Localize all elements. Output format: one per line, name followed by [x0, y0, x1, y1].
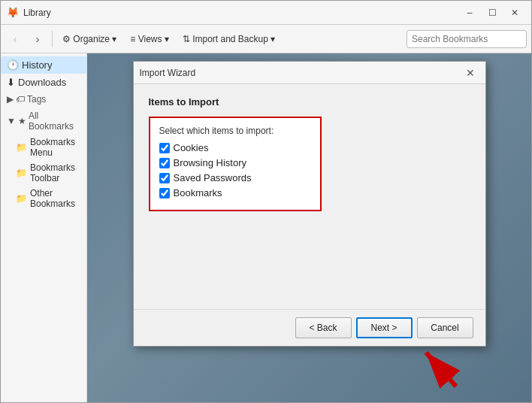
dialog-footer: < Back Next > Cancel — [134, 309, 485, 346]
import-wizard-dialog: Import Wizard ✕ Items to Import Select w… — [133, 61, 486, 347]
sidebar-label-history: History — [22, 59, 52, 71]
bookmarks-toolbar-icon: 📁 — [16, 168, 27, 178]
bookmarks-checkbox[interactable] — [159, 188, 170, 198]
main-window: 🦊 Library – ☐ ✕ ‹ › ⚙ Organize ▾ ≡ Views… — [0, 0, 532, 403]
sidebar: 🕐 History ⬇ Downloads ▶ 🏷 Tags ▼ ★ All B… — [1, 53, 87, 402]
downloads-icon: ⬇ — [7, 77, 15, 88]
forward-button[interactable]: › — [28, 29, 47, 49]
sidebar-item-bookmarks-menu[interactable]: 📁 Bookmarks Menu — [1, 135, 86, 160]
tags-icon: 🏷 — [16, 94, 25, 105]
close-button[interactable]: ✕ — [504, 5, 525, 21]
saved-passwords-checkbox[interactable] — [159, 173, 170, 183]
import-backup-menu-button[interactable]: ⇅ Import and Backup ▾ — [177, 29, 280, 49]
title-bar: 🦊 Library – ☐ ✕ — [1, 1, 531, 25]
sidebar-label-all-bookmarks: All Bookmarks — [29, 111, 80, 132]
minimize-button[interactable]: – — [459, 5, 480, 21]
sidebar-item-all-bookmarks[interactable]: ▼ ★ All Bookmarks — [1, 108, 86, 135]
dialog-close-button[interactable]: ✕ — [461, 65, 479, 80]
back-button[interactable]: ‹ — [5, 29, 25, 49]
organize-menu-button[interactable]: ⚙ Organize ▾ — [57, 29, 122, 49]
sidebar-label-other-bookmarks: Other Bookmarks — [30, 188, 80, 209]
bookmarks-label: Bookmarks — [174, 187, 222, 198]
sidebar-label-bookmarks-menu: Bookmarks Menu — [30, 137, 80, 158]
content-area: 🕐 History ⬇ Downloads ▶ 🏷 Tags ▼ ★ All B… — [1, 53, 531, 402]
browsing-history-label: Browsing History — [174, 157, 247, 168]
checkbox-saved-passwords: Saved Passwords — [159, 172, 311, 183]
browsing-history-checkbox[interactable] — [159, 158, 170, 168]
selection-label: Select which items to import: — [159, 126, 311, 136]
saved-passwords-label: Saved Passwords — [174, 172, 252, 183]
sidebar-item-tags[interactable]: ▶ 🏷 Tags — [1, 91, 86, 108]
dialog-title: Import Wizard — [140, 68, 461, 78]
maximize-button[interactable]: ☐ — [482, 5, 503, 21]
selection-box: Select which items to import: Cookies Br… — [149, 117, 322, 211]
cancel-button[interactable]: Cancel — [417, 317, 473, 338]
next-button[interactable]: Next > — [356, 317, 413, 338]
back-button[interactable]: < Back — [295, 317, 352, 338]
window-controls: – ☐ ✕ — [459, 5, 525, 21]
history-icon: 🕐 — [7, 59, 19, 71]
expand-icon: ▶ — [7, 94, 14, 105]
search-input[interactable] — [407, 30, 527, 48]
sidebar-label-downloads: Downloads — [18, 77, 66, 88]
dialog-content: Items to Import Select which items to im… — [134, 84, 485, 309]
dialog-title-bar: Import Wizard ✕ — [134, 62, 485, 84]
modal-overlay: Import Wizard ✕ Items to Import Select w… — [87, 53, 531, 402]
checkbox-browsing-history: Browsing History — [159, 157, 311, 168]
sidebar-label-bookmarks-toolbar: Bookmarks Toolbar — [30, 162, 80, 183]
sidebar-item-bookmarks-toolbar[interactable]: 📁 Bookmarks Toolbar — [1, 160, 86, 186]
sidebar-item-other-bookmarks[interactable]: 📁 Other Bookmarks — [1, 186, 86, 211]
bookmarks-menu-icon: 📁 — [16, 142, 27, 153]
all-bookmarks-icon: ★ — [18, 116, 26, 126]
checkbox-bookmarks: Bookmarks — [159, 187, 311, 198]
checkbox-cookies: Cookies — [159, 142, 311, 153]
toolbar-divider — [52, 31, 53, 47]
other-bookmarks-icon: 📁 — [16, 193, 27, 204]
views-menu-button[interactable]: ≡ Views ▾ — [125, 29, 174, 49]
firefox-icon: 🦊 — [7, 7, 19, 19]
sidebar-label-tags: Tags — [27, 94, 46, 105]
cookies-checkbox[interactable] — [159, 143, 170, 153]
sidebar-item-history[interactable]: 🕐 History — [1, 56, 86, 74]
dialog-section-title: Items to Import — [149, 96, 470, 108]
expand-icon-2: ▼ — [7, 116, 16, 126]
cookies-label: Cookies — [174, 142, 209, 153]
main-panel: Import Wizard ✕ Items to Import Select w… — [87, 53, 531, 402]
toolbar: ‹ › ⚙ Organize ▾ ≡ Views ▾ ⇅ Import and … — [1, 25, 531, 53]
window-title: Library — [23, 8, 459, 18]
sidebar-item-downloads[interactable]: ⬇ Downloads — [1, 74, 86, 91]
